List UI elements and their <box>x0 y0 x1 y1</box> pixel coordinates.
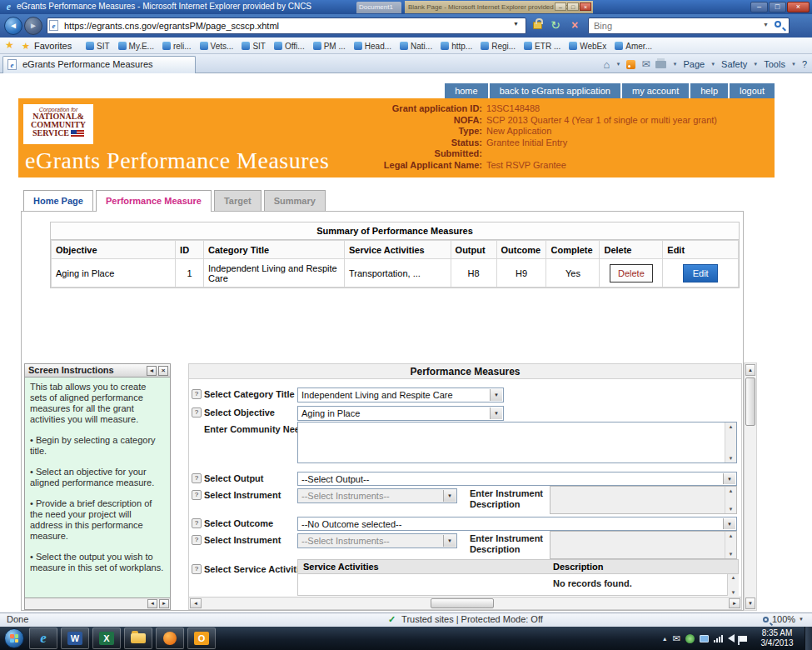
form-horizontal-scrollbar[interactable]: ◄ ► <box>189 597 741 609</box>
scroll-down-icon[interactable]: ▼ <box>728 590 739 595</box>
bg-minimize-button[interactable]: – <box>555 2 566 11</box>
safety-menu[interactable]: Safety <box>721 59 747 69</box>
add-favorite-icon[interactable]: ★ <box>5 40 14 51</box>
service-activities-scrollbar[interactable]: ▲ ▼ <box>727 574 739 596</box>
address-dropdown-icon[interactable]: ▼ <box>513 21 519 27</box>
stop-button[interactable]: × <box>566 18 583 34</box>
instructions-prev-icon[interactable]: ◄ <box>147 366 157 376</box>
scroll-right-icon[interactable]: ► <box>729 598 740 608</box>
start-button[interactable] <box>4 628 24 648</box>
action-center-icon[interactable] <box>740 636 747 642</box>
favorite-link[interactable]: Nati... <box>396 39 436 52</box>
refresh-button[interactable]: ↻ <box>546 18 565 34</box>
delete-button[interactable]: Delete <box>610 264 653 282</box>
search-input[interactable]: Bing <box>588 18 790 34</box>
help-icon[interactable]: ? <box>192 535 202 545</box>
scroll-right-icon[interactable]: ► <box>159 599 169 608</box>
community-need-textarea[interactable]: ▲ ▼ <box>297 422 737 463</box>
maximize-button[interactable]: □ <box>769 2 786 12</box>
scrollbar-thumb[interactable] <box>431 598 494 608</box>
taskbar-explorer-button[interactable] <box>124 628 152 649</box>
outlook-tray-icon[interactable]: ✉ <box>673 633 680 644</box>
favorite-link[interactable]: ETR ... <box>520 39 565 52</box>
nav-logout-link[interactable]: logout <box>730 83 775 98</box>
security-tray-icon[interactable] <box>685 634 695 643</box>
page-menu[interactable]: Page <box>683 59 705 69</box>
favorite-link[interactable]: Head... <box>350 39 396 52</box>
volume-tray-icon[interactable] <box>728 634 735 642</box>
favorite-link[interactable]: Offi... <box>270 39 309 52</box>
close-button[interactable]: × <box>787 2 810 12</box>
help-icon[interactable]: ? <box>192 389 202 399</box>
network-tray-icon[interactable] <box>714 634 723 642</box>
favorite-link[interactable]: SIT <box>82 39 114 52</box>
help-icon[interactable]: ? <box>192 408 202 418</box>
favorite-link[interactable]: Amer... <box>610 39 656 52</box>
chevron-down-icon[interactable]: ▼ <box>723 518 735 529</box>
favorite-link[interactable]: Regi... <box>476 39 520 52</box>
favorites-button[interactable]: ★ Favorites <box>22 39 72 52</box>
outcome-select[interactable]: --No Outcome selected-- ▼ <box>297 517 737 531</box>
tab-home-page[interactable]: Home Page <box>23 190 93 211</box>
chevron-down-icon[interactable]: ▼ <box>490 408 502 419</box>
nav-my-account-link[interactable]: my account <box>622 83 689 98</box>
help-menu-icon[interactable]: ? <box>802 59 807 69</box>
help-icon[interactable]: ? <box>192 564 202 574</box>
home-dropdown-icon[interactable]: ▼ <box>615 62 620 67</box>
hidden-icons-button[interactable]: ▲ <box>662 636 668 642</box>
taskbar-ie-button[interactable]: e <box>29 628 57 649</box>
favorite-link[interactable]: Vets... <box>196 39 238 52</box>
address-input[interactable]: https://egrants.cns.gov/egrantsPM/page_s… <box>47 18 526 34</box>
help-icon[interactable]: ? <box>192 490 202 500</box>
favorite-link[interactable]: My.E... <box>114 39 158 52</box>
edit-button[interactable]: Edit <box>683 264 718 282</box>
output-select[interactable]: --Select Output-- ▼ <box>297 472 737 486</box>
help-icon[interactable]: ? <box>192 473 202 483</box>
read-mail-icon[interactable]: ✉ <box>641 58 650 70</box>
taskbar-excel-button[interactable]: X <box>92 628 121 649</box>
chevron-down-icon[interactable]: ▼ <box>723 473 735 484</box>
scrollbar-thumb[interactable] <box>745 378 755 426</box>
background-window-browser[interactable]: Blank Page - Microsoft Internet Explorer… <box>405 1 593 13</box>
scroll-left-icon[interactable]: ◄ <box>147 599 157 608</box>
background-window-document[interactable]: Document1 <box>356 2 401 13</box>
taskbar-clock[interactable]: 8:35 AM 3/4/2013 <box>752 628 802 648</box>
security-zone-text[interactable]: ✓ Trusted sites | Protected Mode: Off <box>388 614 543 625</box>
show-desktop-button[interactable] <box>805 627 812 650</box>
bg-maximize-button[interactable]: □ <box>567 2 579 11</box>
scroll-down-icon[interactable]: ▼ <box>745 598 755 609</box>
back-button[interactable]: ◄ <box>4 17 22 35</box>
rss-feed-icon[interactable] <box>626 60 635 69</box>
favorite-link[interactable]: reli... <box>158 39 196 52</box>
objective-select[interactable]: Aging in Place ▼ <box>297 406 504 421</box>
textarea-scrollbar[interactable]: ▲ ▼ <box>725 422 736 462</box>
search-dropdown-icon[interactable]: ▼ <box>763 22 769 28</box>
forward-button[interactable]: ► <box>24 17 42 35</box>
tab-performance-measure[interactable]: Performance Measure <box>96 190 212 212</box>
display-tray-icon[interactable] <box>700 635 709 642</box>
favorite-link[interactable]: SIT <box>237 39 270 52</box>
help-icon[interactable]: ? <box>192 518 202 528</box>
taskbar-outlook-button[interactable]: O <box>187 628 216 649</box>
zoom-control[interactable]: 100% ▼ <box>763 614 804 624</box>
bg-close-button[interactable]: × <box>580 2 591 11</box>
scroll-up-icon[interactable]: ▲ <box>728 575 739 580</box>
instructions-close-icon[interactable]: × <box>158 366 168 376</box>
favorite-link[interactable]: PM ... <box>309 39 350 52</box>
nav-home-link[interactable]: home <box>445 83 488 98</box>
instructions-scrollbar[interactable]: ◄ ► <box>24 598 171 610</box>
scroll-left-icon[interactable]: ◄ <box>190 598 202 608</box>
scroll-up-icon[interactable]: ▲ <box>745 364 755 376</box>
print-icon[interactable] <box>655 61 666 68</box>
nav-back-to-egrants-link[interactable]: back to eGrants application <box>490 83 620 98</box>
search-icon[interactable] <box>775 21 781 28</box>
minimize-button[interactable]: – <box>750 2 768 12</box>
taskbar-word-button[interactable]: W <box>61 628 89 649</box>
scroll-up-icon[interactable]: ▲ <box>725 424 736 429</box>
page-vertical-scrollbar[interactable]: ▲ ▼ <box>744 362 757 611</box>
home-icon[interactable]: ⌂ <box>604 58 610 71</box>
print-dropdown-icon[interactable]: ▼ <box>672 62 677 67</box>
tools-menu[interactable]: Tools <box>764 59 785 69</box>
scroll-down-icon[interactable]: ▼ <box>725 456 736 461</box>
zoom-caret-icon[interactable]: ▼ <box>799 617 804 622</box>
